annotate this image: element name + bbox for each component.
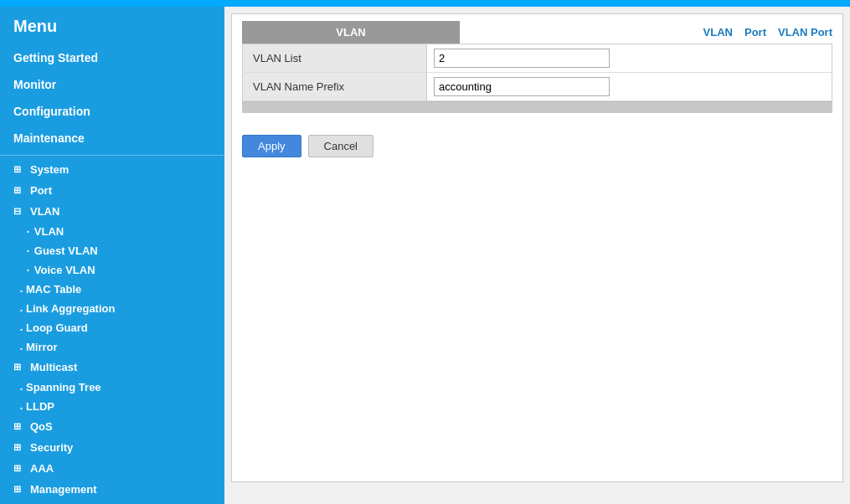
sidebar-item-vlan-sub[interactable]: • VLAN xyxy=(0,222,224,241)
expand-icon-management: ⊞ xyxy=(13,484,25,495)
bullet-mac-table: • xyxy=(20,287,24,295)
expand-icon-security: ⊞ xyxy=(13,442,25,453)
content-inner: VLAN VLAN Port VLAN Port VLAN List xyxy=(231,13,843,482)
bullet-lldp: • xyxy=(20,404,24,412)
sidebar-item-getting-started[interactable]: Getting Started xyxy=(0,44,224,71)
form-section: VLAN List VLAN Name Prefix xyxy=(232,44,842,123)
vlan-list-label: VLAN List xyxy=(243,44,427,73)
vlan-form-table: VLAN List VLAN Name Prefix xyxy=(242,44,832,101)
sidebar-item-configuration[interactable]: Configuration xyxy=(0,98,224,125)
tab-nav: VLAN Port VLAN Port xyxy=(703,26,832,39)
sidebar-item-loop-guard[interactable]: • Loop Guard xyxy=(0,318,224,337)
form-header-row: VLAN VLAN Port VLAN Port xyxy=(232,14,842,44)
expand-icon-system: ⊞ xyxy=(13,164,25,175)
sidebar-item-multicast[interactable]: ⊞ Multicast xyxy=(0,357,224,378)
sidebar-item-qos[interactable]: ⊞ QoS xyxy=(0,416,224,437)
sidebar-item-port[interactable]: ⊞ Port xyxy=(0,180,224,201)
sidebar-item-vlan[interactable]: ⊟ VLAN xyxy=(0,201,224,222)
sidebar-item-lldp[interactable]: • LLDP xyxy=(0,397,224,416)
cancel-button[interactable]: Cancel xyxy=(308,135,373,157)
expand-icon-port: ⊞ xyxy=(13,185,25,196)
bullet-vlan: • xyxy=(27,228,29,235)
sidebar-item-spanning-tree[interactable]: • Spanning Tree xyxy=(0,378,224,397)
sidebar-item-management[interactable]: ⊞ Management xyxy=(0,479,224,500)
top-bar xyxy=(0,0,850,7)
sidebar-title: Menu xyxy=(0,7,224,44)
bullet-spanning-tree: • xyxy=(20,385,24,393)
table-row: VLAN Name Prefix xyxy=(243,73,832,101)
vlan-list-input[interactable] xyxy=(434,49,610,68)
vlan-name-prefix-input-cell xyxy=(427,73,832,101)
content-area: VLAN VLAN Port VLAN Port VLAN List xyxy=(224,7,850,504)
sidebar-item-aaa[interactable]: ⊞ AAA xyxy=(0,458,224,479)
sidebar-item-security[interactable]: ⊞ Security xyxy=(0,437,224,458)
expand-icon-qos: ⊞ xyxy=(13,421,25,432)
apply-button[interactable]: Apply xyxy=(242,135,301,157)
sidebar-item-maintenance[interactable]: Maintenance xyxy=(0,125,224,152)
expand-icon-aaa: ⊞ xyxy=(13,463,25,474)
tab-vlan-port[interactable]: VLAN Port xyxy=(778,26,832,39)
sidebar-item-voice-vlan[interactable]: • Voice VLAN xyxy=(0,260,224,280)
sidebar-item-mirror[interactable]: • Mirror xyxy=(0,337,224,357)
vlan-name-prefix-input[interactable] xyxy=(434,77,610,96)
form-section-title: VLAN xyxy=(242,21,460,44)
sidebar: Menu Getting Started Monitor Configurati… xyxy=(0,7,224,504)
expand-icon-multicast: ⊞ xyxy=(13,362,25,373)
table-row: VLAN List xyxy=(243,44,832,73)
bullet-mirror: • xyxy=(20,345,24,352)
tab-vlan[interactable]: VLAN xyxy=(703,26,733,39)
sidebar-item-link-aggregation[interactable]: • Link Aggregation xyxy=(0,299,224,318)
form-bottom-bar xyxy=(242,101,832,113)
sidebar-item-monitor[interactable]: Monitor xyxy=(0,71,224,98)
vlan-name-prefix-label: VLAN Name Prefix xyxy=(243,73,427,101)
vlan-list-input-cell xyxy=(427,44,832,73)
sidebar-item-system[interactable]: ⊞ System xyxy=(0,159,224,180)
bullet-link-aggregation: • xyxy=(20,306,24,314)
bullet-voice-vlan: • xyxy=(27,266,29,274)
sidebar-item-guest-vlan[interactable]: • Guest VLAN xyxy=(0,241,224,260)
tab-port[interactable]: Port xyxy=(744,26,766,39)
button-row: Apply Cancel xyxy=(232,123,842,169)
sidebar-item-mac-table[interactable]: • MAC Table xyxy=(0,280,224,299)
form-header-left: VLAN xyxy=(242,21,460,44)
expand-icon-vlan: ⊟ xyxy=(13,206,25,217)
bullet-guest-vlan: • xyxy=(27,247,29,255)
bullet-loop-guard: • xyxy=(20,326,24,333)
